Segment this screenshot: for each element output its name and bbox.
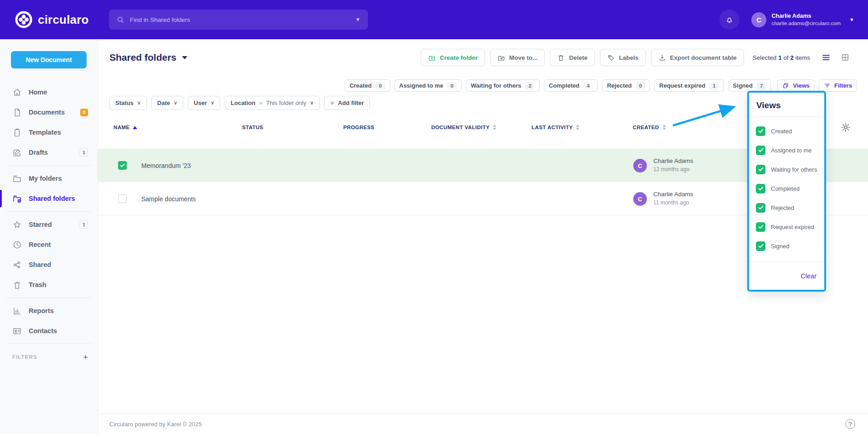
chip-count: 0	[376, 82, 385, 89]
avatar: C	[633, 192, 647, 206]
chip-count: 4	[584, 82, 593, 89]
chip-waiting-for-others[interactable]: Waiting for others 2	[466, 79, 540, 92]
table-settings-gear-icon[interactable]	[840, 122, 851, 133]
sidebar-item-home[interactable]: Home	[0, 82, 98, 102]
tag-icon	[607, 54, 615, 62]
help-icon[interactable]: ?	[845, 419, 855, 429]
notifications-button[interactable]	[719, 10, 739, 30]
home-icon	[12, 88, 22, 97]
views-clear-link[interactable]: Clear	[801, 272, 816, 280]
chip-signed[interactable]: Signed 7	[728, 79, 771, 92]
sidebar-item-templates[interactable]: Templates	[0, 122, 98, 142]
chip-rejected[interactable]: Rejected 0	[602, 79, 650, 92]
column-header-last-activity[interactable]: LAST ACTIVITY	[532, 120, 579, 135]
chip-request-expired[interactable]: Request expired 1	[654, 79, 724, 92]
delete-button[interactable]: Delete	[550, 49, 595, 66]
chip-created[interactable]: Created 0	[345, 79, 390, 92]
row-name[interactable]: Memorandum '23	[141, 149, 191, 182]
sidebar-item-drafts[interactable]: Drafts 1	[0, 142, 98, 162]
checkbox-checked[interactable]	[756, 146, 765, 155]
app-header: circularo ▼ C Charlie Adams charlie.adam…	[0, 0, 868, 39]
row-checkbox[interactable]	[118, 161, 127, 170]
share-icon	[12, 260, 22, 270]
created-when: 12 months ago	[653, 166, 693, 173]
views-option-rejected[interactable]: Rejected	[749, 198, 824, 217]
user-menu[interactable]: C Charlie Adams charlie.adams@circularo.…	[751, 12, 854, 27]
add-filter-button[interactable]: + Add filter	[324, 96, 370, 110]
column-header-created[interactable]: CREATED	[633, 120, 666, 135]
filter-operator: =	[259, 99, 263, 106]
checkbox-checked[interactable]	[756, 222, 765, 232]
checkbox-checked[interactable]	[756, 165, 765, 174]
views-panel: Views Created Assigned to me Waiting for…	[747, 91, 826, 292]
filter-bar: Status ∨ Date ∨ User ∨ Location = This f…	[109, 96, 370, 110]
sidebar-item-my-folders[interactable]: My folders	[0, 168, 98, 188]
column-header-progress[interactable]: PROGRESS	[343, 120, 374, 135]
new-document-button[interactable]: New Document	[11, 51, 87, 68]
filter-user-dropdown[interactable]: User ∨	[188, 96, 220, 110]
sidebar-item-contacts[interactable]: Contacts	[0, 321, 98, 341]
page-title-caret-icon[interactable]	[182, 56, 187, 59]
creator-name: Charlie Adams	[653, 190, 693, 199]
column-header-status[interactable]: STATUS	[242, 120, 264, 135]
chevron-down-icon: ∨	[174, 100, 177, 106]
row-checkbox[interactable]	[118, 194, 127, 203]
trash-icon	[557, 54, 565, 62]
views-option-request-expired[interactable]: Request expired	[749, 217, 824, 236]
grid-view-icon[interactable]	[841, 53, 850, 62]
filter-icon	[824, 82, 831, 89]
checkbox-checked[interactable]	[756, 126, 765, 136]
search-input[interactable]	[130, 16, 351, 23]
avatar: C	[751, 12, 766, 27]
views-button[interactable]: Views	[777, 79, 815, 92]
row-name[interactable]: Sample documents	[141, 182, 196, 215]
labels-button[interactable]: Labels	[600, 49, 646, 66]
sidebar-item-starred[interactable]: Starred 1	[0, 214, 98, 235]
filters-section-label: FILTERS	[12, 354, 37, 360]
create-folder-button[interactable]: Create folder	[421, 49, 485, 66]
chip-completed[interactable]: Completed 4	[544, 79, 598, 92]
sidebar-item-recent[interactable]: Recent	[0, 235, 98, 255]
page-footer: Circularo powered by Karel © 2025 ?	[98, 413, 868, 434]
chevron-down-icon: ∨	[310, 100, 314, 106]
checkbox-checked[interactable]	[756, 184, 765, 193]
filter-status-dropdown[interactable]: Status ∨	[109, 96, 147, 110]
bar-chart-icon	[12, 306, 22, 316]
search-scope-caret-icon[interactable]: ▼	[355, 16, 361, 23]
views-option-waiting-for-others[interactable]: Waiting for others	[749, 160, 824, 179]
views-option-created[interactable]: Created	[749, 121, 824, 141]
sidebar-item-reports[interactable]: Reports	[0, 301, 98, 321]
move-to-button[interactable]: Move to...	[490, 49, 545, 66]
sort-icon	[662, 125, 666, 130]
created-when: 11 months ago	[653, 199, 693, 207]
chip-assigned-to-me[interactable]: Assigned to me 0	[394, 79, 462, 92]
footer-text: Circularo powered by Karel © 2025	[109, 421, 202, 428]
add-saved-filter-button[interactable]: +	[83, 353, 88, 361]
sidebar-item-shared-folders[interactable]: Shared folders	[0, 188, 98, 209]
sidebar-item-trash[interactable]: Trash	[0, 275, 98, 295]
sidebar-item-shared[interactable]: Shared	[0, 255, 98, 275]
filters-button[interactable]: Filters	[819, 79, 857, 92]
filter-location-dropdown[interactable]: Location = This folder only ∨	[225, 96, 320, 110]
checkbox-checked[interactable]	[756, 203, 765, 213]
filter-date-dropdown[interactable]: Date ∨	[151, 96, 183, 110]
documents-count-badge: 0	[80, 109, 88, 116]
sidebar-item-label: Drafts	[29, 149, 48, 156]
sidebar-item-documents[interactable]: Documents 0	[0, 102, 98, 122]
global-search[interactable]: ▼	[109, 10, 368, 30]
column-header-document-validity[interactable]: DOCUMENT VALIDITY	[431, 120, 496, 135]
views-option-signed[interactable]: Signed	[749, 236, 824, 256]
chip-count: 0	[447, 82, 456, 89]
list-view-icon[interactable]	[822, 53, 831, 62]
circularo-logo-icon	[15, 11, 32, 28]
column-header-name[interactable]: NAME	[114, 120, 137, 135]
bell-icon	[725, 15, 734, 24]
sidebar-item-label: Starred	[29, 221, 52, 228]
user-email: charlie.adams@circularo.com	[771, 20, 841, 27]
checkbox-checked[interactable]	[756, 241, 765, 251]
export-document-table-button[interactable]: Export document table	[651, 49, 744, 66]
page-title: Shared folders	[109, 52, 176, 63]
selected-count: 1	[778, 54, 782, 61]
views-option-completed[interactable]: Completed	[749, 179, 824, 198]
views-option-assigned-to-me[interactable]: Assigned to me	[749, 141, 824, 160]
